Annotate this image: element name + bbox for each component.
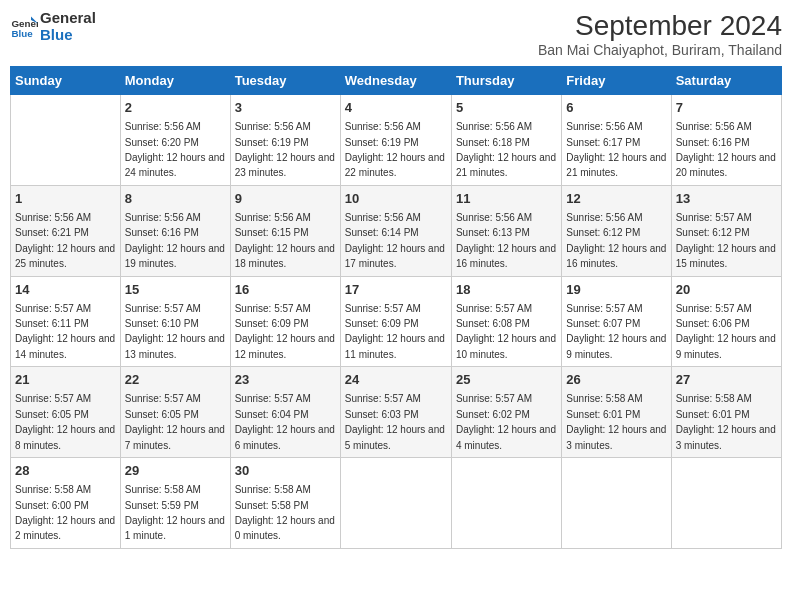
day-number: 16	[235, 281, 336, 299]
day-number: 25	[456, 371, 557, 389]
day-info: Sunrise: 5:57 AMSunset: 6:09 PMDaylight:…	[235, 303, 335, 360]
day-number: 15	[125, 281, 226, 299]
day-number: 3	[235, 99, 336, 117]
day-info: Sunrise: 5:57 AMSunset: 6:08 PMDaylight:…	[456, 303, 556, 360]
calendar-day-cell: 21Sunrise: 5:57 AMSunset: 6:05 PMDayligh…	[11, 367, 121, 458]
calendar-day-cell: 11Sunrise: 5:56 AMSunset: 6:13 PMDayligh…	[451, 185, 561, 276]
day-info: Sunrise: 5:57 AMSunset: 6:02 PMDaylight:…	[456, 393, 556, 450]
location: Ban Mai Chaiyaphot, Buriram, Thailand	[538, 42, 782, 58]
calendar-week-row: 1Sunrise: 5:56 AMSunset: 6:21 PMDaylight…	[11, 185, 782, 276]
logo-icon: General Blue	[10, 13, 38, 41]
calendar-day-cell: 20Sunrise: 5:57 AMSunset: 6:06 PMDayligh…	[671, 276, 781, 367]
calendar-day-cell: 28Sunrise: 5:58 AMSunset: 6:00 PMDayligh…	[11, 458, 121, 549]
day-info: Sunrise: 5:56 AMSunset: 6:19 PMDaylight:…	[345, 121, 445, 178]
weekday-header: Sunday	[11, 67, 121, 95]
day-info: Sunrise: 5:57 AMSunset: 6:03 PMDaylight:…	[345, 393, 445, 450]
day-number: 18	[456, 281, 557, 299]
weekday-header-row: SundayMondayTuesdayWednesdayThursdayFrid…	[11, 67, 782, 95]
day-number: 11	[456, 190, 557, 208]
day-info: Sunrise: 5:58 AMSunset: 5:58 PMDaylight:…	[235, 484, 335, 541]
calendar-day-cell: 16Sunrise: 5:57 AMSunset: 6:09 PMDayligh…	[230, 276, 340, 367]
day-info: Sunrise: 5:56 AMSunset: 6:17 PMDaylight:…	[566, 121, 666, 178]
day-number: 28	[15, 462, 116, 480]
day-number: 14	[15, 281, 116, 299]
day-number: 26	[566, 371, 666, 389]
day-info: Sunrise: 5:57 AMSunset: 6:09 PMDaylight:…	[345, 303, 445, 360]
day-number: 4	[345, 99, 447, 117]
calendar-week-row: 2Sunrise: 5:56 AMSunset: 6:20 PMDaylight…	[11, 95, 782, 186]
calendar-day-cell	[671, 458, 781, 549]
calendar-day-cell: 29Sunrise: 5:58 AMSunset: 5:59 PMDayligh…	[120, 458, 230, 549]
calendar-day-cell	[11, 95, 121, 186]
calendar-day-cell: 13Sunrise: 5:57 AMSunset: 6:12 PMDayligh…	[671, 185, 781, 276]
day-info: Sunrise: 5:57 AMSunset: 6:11 PMDaylight:…	[15, 303, 115, 360]
calendar-day-cell: 9Sunrise: 5:56 AMSunset: 6:15 PMDaylight…	[230, 185, 340, 276]
day-number: 7	[676, 99, 777, 117]
calendar-day-cell: 19Sunrise: 5:57 AMSunset: 6:07 PMDayligh…	[562, 276, 671, 367]
day-number: 24	[345, 371, 447, 389]
calendar-day-cell: 3Sunrise: 5:56 AMSunset: 6:19 PMDaylight…	[230, 95, 340, 186]
calendar-day-cell	[451, 458, 561, 549]
calendar-day-cell: 30Sunrise: 5:58 AMSunset: 5:58 PMDayligh…	[230, 458, 340, 549]
day-info: Sunrise: 5:57 AMSunset: 6:12 PMDaylight:…	[676, 212, 776, 269]
calendar-day-cell: 15Sunrise: 5:57 AMSunset: 6:10 PMDayligh…	[120, 276, 230, 367]
day-info: Sunrise: 5:58 AMSunset: 6:00 PMDaylight:…	[15, 484, 115, 541]
day-info: Sunrise: 5:58 AMSunset: 6:01 PMDaylight:…	[566, 393, 666, 450]
day-number: 5	[456, 99, 557, 117]
day-number: 13	[676, 190, 777, 208]
calendar-day-cell	[562, 458, 671, 549]
weekday-header: Monday	[120, 67, 230, 95]
day-number: 9	[235, 190, 336, 208]
day-info: Sunrise: 5:56 AMSunset: 6:19 PMDaylight:…	[235, 121, 335, 178]
calendar-table: SundayMondayTuesdayWednesdayThursdayFrid…	[10, 66, 782, 549]
weekday-header: Saturday	[671, 67, 781, 95]
weekday-header: Friday	[562, 67, 671, 95]
month-title: September 2024	[538, 10, 782, 42]
day-number: 21	[15, 371, 116, 389]
weekday-header: Tuesday	[230, 67, 340, 95]
calendar-day-cell: 23Sunrise: 5:57 AMSunset: 6:04 PMDayligh…	[230, 367, 340, 458]
day-number: 2	[125, 99, 226, 117]
day-info: Sunrise: 5:56 AMSunset: 6:21 PMDaylight:…	[15, 212, 115, 269]
day-number: 27	[676, 371, 777, 389]
calendar-day-cell: 2Sunrise: 5:56 AMSunset: 6:20 PMDaylight…	[120, 95, 230, 186]
day-number: 19	[566, 281, 666, 299]
day-info: Sunrise: 5:56 AMSunset: 6:14 PMDaylight:…	[345, 212, 445, 269]
calendar-day-cell: 4Sunrise: 5:56 AMSunset: 6:19 PMDaylight…	[340, 95, 451, 186]
day-info: Sunrise: 5:56 AMSunset: 6:20 PMDaylight:…	[125, 121, 225, 178]
day-info: Sunrise: 5:56 AMSunset: 6:13 PMDaylight:…	[456, 212, 556, 269]
calendar-day-cell: 22Sunrise: 5:57 AMSunset: 6:05 PMDayligh…	[120, 367, 230, 458]
calendar-day-cell: 24Sunrise: 5:57 AMSunset: 6:03 PMDayligh…	[340, 367, 451, 458]
calendar-day-cell: 26Sunrise: 5:58 AMSunset: 6:01 PMDayligh…	[562, 367, 671, 458]
day-info: Sunrise: 5:56 AMSunset: 6:12 PMDaylight:…	[566, 212, 666, 269]
calendar-day-cell: 10Sunrise: 5:56 AMSunset: 6:14 PMDayligh…	[340, 185, 451, 276]
day-number: 20	[676, 281, 777, 299]
calendar-day-cell: 5Sunrise: 5:56 AMSunset: 6:18 PMDaylight…	[451, 95, 561, 186]
weekday-header: Wednesday	[340, 67, 451, 95]
day-number: 1	[15, 190, 116, 208]
calendar-day-cell: 6Sunrise: 5:56 AMSunset: 6:17 PMDaylight…	[562, 95, 671, 186]
day-info: Sunrise: 5:57 AMSunset: 6:05 PMDaylight:…	[15, 393, 115, 450]
day-number: 23	[235, 371, 336, 389]
day-number: 22	[125, 371, 226, 389]
day-number: 17	[345, 281, 447, 299]
calendar-week-row: 14Sunrise: 5:57 AMSunset: 6:11 PMDayligh…	[11, 276, 782, 367]
logo: General Blue General Blue	[10, 10, 96, 43]
calendar-day-cell: 14Sunrise: 5:57 AMSunset: 6:11 PMDayligh…	[11, 276, 121, 367]
day-number: 29	[125, 462, 226, 480]
title-block: September 2024 Ban Mai Chaiyaphot, Burir…	[538, 10, 782, 58]
day-info: Sunrise: 5:57 AMSunset: 6:06 PMDaylight:…	[676, 303, 776, 360]
weekday-header: Thursday	[451, 67, 561, 95]
day-info: Sunrise: 5:57 AMSunset: 6:04 PMDaylight:…	[235, 393, 335, 450]
day-info: Sunrise: 5:56 AMSunset: 6:16 PMDaylight:…	[125, 212, 225, 269]
calendar-day-cell: 27Sunrise: 5:58 AMSunset: 6:01 PMDayligh…	[671, 367, 781, 458]
calendar-day-cell: 18Sunrise: 5:57 AMSunset: 6:08 PMDayligh…	[451, 276, 561, 367]
calendar-day-cell: 1Sunrise: 5:56 AMSunset: 6:21 PMDaylight…	[11, 185, 121, 276]
day-info: Sunrise: 5:57 AMSunset: 6:07 PMDaylight:…	[566, 303, 666, 360]
calendar-day-cell: 7Sunrise: 5:56 AMSunset: 6:16 PMDaylight…	[671, 95, 781, 186]
day-info: Sunrise: 5:58 AMSunset: 5:59 PMDaylight:…	[125, 484, 225, 541]
day-number: 10	[345, 190, 447, 208]
day-info: Sunrise: 5:56 AMSunset: 6:18 PMDaylight:…	[456, 121, 556, 178]
page-header: General Blue General Blue September 2024…	[10, 10, 782, 58]
calendar-day-cell: 8Sunrise: 5:56 AMSunset: 6:16 PMDaylight…	[120, 185, 230, 276]
